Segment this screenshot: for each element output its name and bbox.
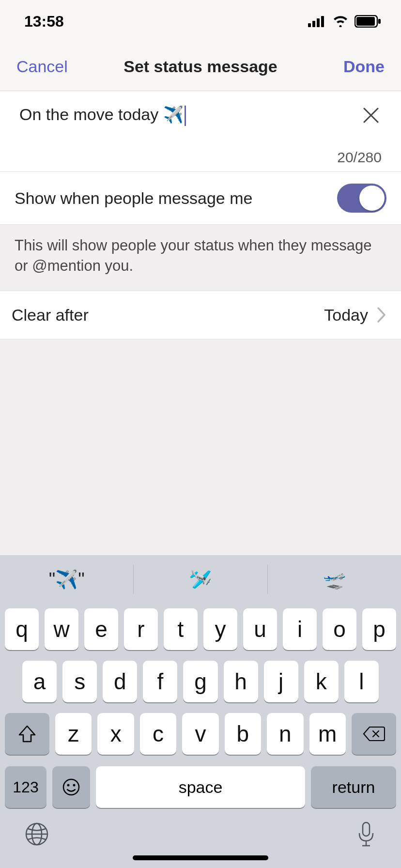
show-when-message-toggle[interactable]	[337, 184, 386, 213]
close-icon	[362, 107, 380, 124]
suggestion-1[interactable]: "✈️"	[0, 565, 134, 594]
key-v[interactable]: v	[182, 713, 218, 755]
backspace-icon	[363, 726, 385, 742]
battery-icon	[355, 15, 382, 28]
keyboard: "✈️" 🛩️ 🛫 q w e r t y u i o p a s d f	[0, 555, 401, 868]
svg-rect-6	[378, 19, 381, 24]
key-w[interactable]: w	[45, 608, 78, 650]
globe-icon[interactable]	[24, 822, 49, 847]
keyboard-row-3: z x c v b n m	[5, 713, 396, 755]
keyboard-row-1: q w e r t y u i o p	[5, 608, 396, 650]
emoji-key[interactable]	[52, 766, 90, 808]
key-f[interactable]: f	[143, 661, 177, 702]
clear-after-row[interactable]: Clear after Today	[0, 291, 401, 340]
show-when-message-row: Show when people message me	[0, 172, 401, 225]
numeric-key[interactable]: 123	[5, 766, 46, 808]
keyboard-bottom-row: 123 space return	[0, 766, 401, 815]
svg-point-8	[67, 784, 70, 787]
svg-point-7	[63, 779, 79, 795]
keyboard-row-2: a s d f g h j k l	[5, 661, 396, 702]
key-i[interactable]: i	[283, 608, 317, 650]
shift-key[interactable]	[5, 713, 49, 755]
status-icons	[308, 15, 382, 28]
key-m[interactable]: m	[309, 713, 346, 755]
key-a[interactable]: a	[22, 661, 57, 702]
key-o[interactable]: o	[323, 608, 356, 650]
key-l[interactable]: l	[344, 661, 379, 702]
key-s[interactable]: s	[62, 661, 97, 702]
key-d[interactable]: d	[103, 661, 137, 702]
keyboard-suggestions: "✈️" 🛩️ 🛫	[0, 555, 401, 604]
key-q[interactable]: q	[5, 608, 39, 650]
status-message-input[interactable]: On the move today ✈️	[19, 101, 360, 130]
clear-text-button[interactable]	[360, 105, 382, 126]
character-count: 20/280	[19, 149, 386, 166]
toggle-helper-text: This will show people your status when t…	[0, 225, 401, 291]
svg-rect-2	[317, 18, 320, 27]
text-cursor	[185, 106, 186, 126]
key-t[interactable]: t	[164, 608, 198, 650]
emoji-icon	[62, 777, 81, 797]
status-time: 13:58	[24, 13, 64, 31]
svg-rect-13	[363, 822, 370, 836]
key-y[interactable]: y	[203, 608, 237, 650]
show-when-message-label: Show when people message me	[15, 189, 252, 208]
svg-rect-3	[321, 16, 324, 27]
switch-knob	[359, 186, 385, 211]
nav-bar: Cancel Set status message Done	[0, 43, 401, 91]
suggestion-3[interactable]: 🛫	[268, 565, 401, 594]
key-n[interactable]: n	[267, 713, 303, 755]
chevron-right-icon	[377, 307, 386, 323]
svg-point-9	[73, 784, 76, 787]
status-bar: 13:58	[0, 0, 401, 43]
content-spacer	[0, 340, 401, 555]
page-title: Set status message	[84, 57, 317, 76]
backspace-key[interactable]	[352, 713, 396, 755]
clear-after-value: Today	[324, 306, 386, 325]
key-b[interactable]: b	[225, 713, 261, 755]
key-r[interactable]: r	[124, 608, 158, 650]
cancel-button[interactable]: Cancel	[16, 57, 84, 76]
key-z[interactable]: z	[55, 713, 92, 755]
key-j[interactable]: j	[264, 661, 298, 702]
return-key[interactable]: return	[311, 766, 396, 808]
key-e[interactable]: e	[84, 608, 118, 650]
key-x[interactable]: x	[97, 713, 134, 755]
cellular-icon	[308, 16, 326, 27]
key-g[interactable]: g	[183, 661, 217, 702]
clear-after-value-text: Today	[324, 306, 368, 325]
wifi-icon	[332, 16, 349, 27]
space-key[interactable]: space	[96, 766, 305, 808]
svg-rect-0	[308, 23, 311, 27]
suggestion-2[interactable]: 🛩️	[134, 565, 267, 594]
svg-rect-1	[312, 21, 315, 27]
status-message-text: On the move today ✈️	[19, 105, 184, 124]
key-p[interactable]: p	[362, 608, 396, 650]
home-indicator[interactable]	[133, 855, 268, 860]
clear-after-label: Clear after	[12, 306, 89, 325]
key-k[interactable]: k	[304, 661, 339, 702]
key-c[interactable]: c	[140, 713, 176, 755]
done-button[interactable]: Done	[317, 57, 385, 76]
key-h[interactable]: h	[224, 661, 258, 702]
status-input-section: On the move today ✈️ 20/280	[0, 91, 401, 172]
shift-icon	[17, 724, 37, 744]
svg-rect-5	[356, 17, 375, 26]
key-u[interactable]: u	[243, 608, 277, 650]
mic-icon[interactable]	[355, 821, 377, 848]
